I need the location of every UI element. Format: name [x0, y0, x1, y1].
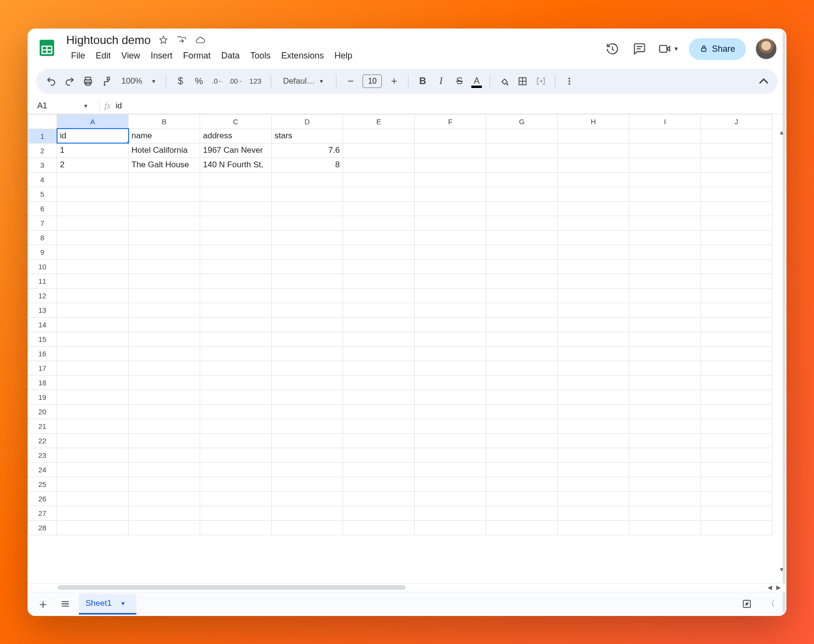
cell[interactable] [272, 361, 343, 375]
cell[interactable] [200, 230, 272, 245]
side-panel-toggle[interactable]: 〈 [762, 595, 780, 613]
vertical-scrollbar[interactable]: ▲ ▼ [778, 129, 785, 573]
cell[interactable] [486, 375, 558, 390]
cell[interactable] [701, 419, 772, 433]
cell[interactable]: 1 [57, 143, 129, 158]
cell[interactable] [129, 390, 200, 404]
cell[interactable] [57, 216, 129, 230]
cell[interactable] [343, 462, 415, 477]
cell[interactable] [486, 187, 558, 201]
cell[interactable] [200, 303, 272, 317]
cell[interactable] [272, 332, 343, 346]
cell[interactable] [57, 404, 129, 419]
row-header[interactable]: 6 [28, 201, 57, 216]
cell[interactable] [486, 230, 558, 245]
cell[interactable] [129, 201, 200, 216]
scroll-down-icon[interactable]: ▼ [778, 566, 785, 573]
cell[interactable] [343, 506, 415, 520]
cell[interactable] [415, 216, 486, 230]
fill-color-button[interactable] [496, 73, 512, 89]
row-header[interactable]: 2 [28, 143, 57, 158]
cell[interactable] [629, 288, 701, 303]
cell[interactable] [701, 245, 772, 259]
cell[interactable] [415, 520, 486, 535]
cell[interactable] [629, 201, 701, 216]
cell[interactable] [701, 230, 772, 245]
cell[interactable] [343, 346, 415, 361]
cell[interactable]: The Galt House [129, 158, 200, 172]
cell[interactable] [200, 491, 272, 506]
cell[interactable]: 140 N Fourth St, [200, 158, 272, 172]
cell[interactable] [558, 491, 629, 506]
cell[interactable] [558, 448, 629, 462]
cell[interactable] [558, 201, 629, 216]
cell[interactable] [57, 346, 129, 361]
cell[interactable] [558, 477, 629, 491]
cell[interactable] [701, 477, 772, 491]
cell[interactable] [343, 274, 415, 288]
cell[interactable] [701, 158, 772, 172]
cell[interactable] [629, 332, 701, 346]
cell[interactable] [701, 346, 772, 361]
cell[interactable] [701, 172, 772, 187]
row-header[interactable]: 15 [28, 332, 57, 346]
row-header[interactable]: 17 [28, 361, 57, 375]
row-header[interactable]: 26 [28, 491, 57, 506]
cell[interactable] [486, 404, 558, 419]
cell[interactable] [415, 419, 486, 433]
row-header[interactable]: 21 [28, 419, 57, 433]
cell[interactable] [200, 346, 272, 361]
cell[interactable] [486, 158, 558, 172]
row-header[interactable]: 12 [28, 288, 57, 303]
cell[interactable] [701, 448, 772, 462]
cell[interactable]: 7.6 [272, 143, 343, 158]
chevron-down-icon[interactable]: ▼ [147, 78, 160, 84]
cell[interactable] [486, 462, 558, 477]
paint-format-button[interactable] [98, 73, 115, 89]
cell[interactable] [486, 332, 558, 346]
column-header[interactable]: G [486, 114, 558, 129]
cell[interactable] [558, 158, 629, 172]
cell[interactable] [272, 303, 343, 317]
cell[interactable] [129, 477, 200, 491]
cell[interactable] [129, 245, 200, 259]
cell[interactable] [415, 129, 486, 143]
cell[interactable] [558, 143, 629, 158]
decrease-font-button[interactable]: − [342, 73, 359, 89]
cell[interactable] [629, 158, 701, 172]
cell[interactable] [486, 201, 558, 216]
cell[interactable]: name [129, 129, 200, 143]
cell[interactable] [701, 259, 772, 274]
cell[interactable] [558, 404, 629, 419]
row-header[interactable]: 11 [28, 274, 57, 288]
cell[interactable] [129, 361, 200, 375]
cell[interactable] [701, 506, 772, 520]
cell[interactable] [486, 390, 558, 404]
cell[interactable] [486, 303, 558, 317]
cell[interactable] [415, 317, 486, 332]
cell[interactable] [701, 288, 772, 303]
cell[interactable] [486, 245, 558, 259]
cell[interactable] [629, 216, 701, 230]
scroll-right-icon[interactable]: ▶ [774, 583, 783, 592]
cell[interactable] [129, 520, 200, 535]
cell[interactable] [629, 404, 701, 419]
document-title[interactable]: Hightouch demo [66, 33, 151, 47]
cell[interactable]: 1967 Can Never [200, 143, 272, 158]
cell[interactable] [415, 390, 486, 404]
bold-button[interactable]: B [414, 73, 431, 89]
cell[interactable] [701, 491, 772, 506]
row-header[interactable]: 3 [28, 158, 57, 172]
increase-font-button[interactable]: + [386, 73, 402, 89]
cell[interactable] [415, 491, 486, 506]
cell[interactable] [57, 201, 129, 216]
cell[interactable] [200, 375, 272, 390]
row-header[interactable]: 9 [28, 245, 57, 259]
column-header[interactable]: J [701, 114, 772, 129]
cell[interactable] [200, 390, 272, 404]
cell[interactable] [272, 187, 343, 201]
menu-tools[interactable]: Tools [246, 49, 276, 63]
cell[interactable] [629, 390, 701, 404]
cell[interactable] [343, 419, 415, 433]
column-header[interactable]: C [200, 114, 272, 129]
